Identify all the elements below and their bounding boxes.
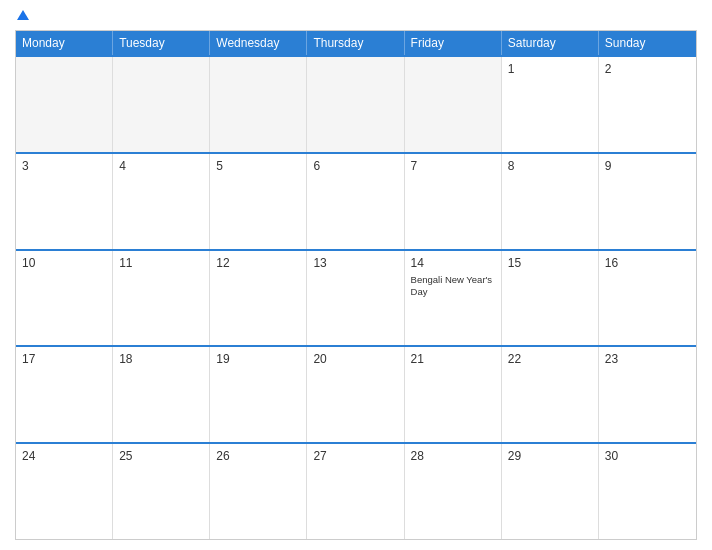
day-cell: 11 (113, 251, 210, 346)
day-number: 29 (508, 449, 592, 463)
day-number: 3 (22, 159, 106, 173)
day-header-tuesday: Tuesday (113, 31, 210, 55)
day-number: 27 (313, 449, 397, 463)
day-number: 4 (119, 159, 203, 173)
day-number: 14 (411, 256, 495, 270)
day-number: 28 (411, 449, 495, 463)
day-number: 11 (119, 256, 203, 270)
day-cell: 30 (599, 444, 696, 539)
day-cell: 3 (16, 154, 113, 249)
day-cell (210, 57, 307, 152)
day-number: 10 (22, 256, 106, 270)
day-cell: 27 (307, 444, 404, 539)
day-header-monday: Monday (16, 31, 113, 55)
day-cell: 2 (599, 57, 696, 152)
day-cell: 6 (307, 154, 404, 249)
week-row-5: 24252627282930 (16, 442, 696, 539)
day-number: 2 (605, 62, 690, 76)
day-cell: 22 (502, 347, 599, 442)
day-number: 22 (508, 352, 592, 366)
day-cell: 26 (210, 444, 307, 539)
day-number: 30 (605, 449, 690, 463)
week-row-3: 1011121314Bengali New Year's Day1516 (16, 249, 696, 346)
day-header-wednesday: Wednesday (210, 31, 307, 55)
day-number: 24 (22, 449, 106, 463)
day-number: 18 (119, 352, 203, 366)
day-cell: 25 (113, 444, 210, 539)
calendar-header (15, 10, 697, 22)
day-number: 5 (216, 159, 300, 173)
day-number: 9 (605, 159, 690, 173)
day-number: 16 (605, 256, 690, 270)
day-number: 25 (119, 449, 203, 463)
day-cell: 16 (599, 251, 696, 346)
event-text: Bengali New Year's Day (411, 274, 495, 299)
day-number: 19 (216, 352, 300, 366)
day-number: 13 (313, 256, 397, 270)
day-cell: 23 (599, 347, 696, 442)
week-row-2: 3456789 (16, 152, 696, 249)
day-cell: 9 (599, 154, 696, 249)
day-cell: 10 (16, 251, 113, 346)
day-cell: 8 (502, 154, 599, 249)
day-cell: 14Bengali New Year's Day (405, 251, 502, 346)
day-number: 17 (22, 352, 106, 366)
logo (15, 10, 29, 22)
day-cell: 28 (405, 444, 502, 539)
day-cell: 5 (210, 154, 307, 249)
day-number: 26 (216, 449, 300, 463)
day-cell: 15 (502, 251, 599, 346)
day-number: 6 (313, 159, 397, 173)
day-cell: 1 (502, 57, 599, 152)
day-cell: 20 (307, 347, 404, 442)
day-cell: 21 (405, 347, 502, 442)
day-cell (307, 57, 404, 152)
day-header-sunday: Sunday (599, 31, 696, 55)
week-row-4: 17181920212223 (16, 345, 696, 442)
calendar-grid: MondayTuesdayWednesdayThursdayFridaySatu… (15, 30, 697, 540)
calendar-weeks: 1234567891011121314Bengali New Year's Da… (16, 55, 696, 539)
day-cell (405, 57, 502, 152)
day-cell: 13 (307, 251, 404, 346)
day-cell (113, 57, 210, 152)
day-cell: 17 (16, 347, 113, 442)
day-number: 20 (313, 352, 397, 366)
day-cell: 12 (210, 251, 307, 346)
day-number: 12 (216, 256, 300, 270)
day-cell: 4 (113, 154, 210, 249)
week-row-1: 12 (16, 55, 696, 152)
day-number: 23 (605, 352, 690, 366)
day-cell: 7 (405, 154, 502, 249)
day-number: 1 (508, 62, 592, 76)
day-cell: 19 (210, 347, 307, 442)
logo-triangle-icon (17, 10, 29, 20)
day-number: 15 (508, 256, 592, 270)
day-number: 21 (411, 352, 495, 366)
calendar-page: MondayTuesdayWednesdayThursdayFridaySatu… (0, 0, 712, 550)
day-cell: 18 (113, 347, 210, 442)
day-number: 7 (411, 159, 495, 173)
day-headers-row: MondayTuesdayWednesdayThursdayFridaySatu… (16, 31, 696, 55)
day-header-thursday: Thursday (307, 31, 404, 55)
day-cell: 29 (502, 444, 599, 539)
day-header-friday: Friday (405, 31, 502, 55)
day-cell: 24 (16, 444, 113, 539)
day-header-saturday: Saturday (502, 31, 599, 55)
day-number: 8 (508, 159, 592, 173)
day-cell (16, 57, 113, 152)
